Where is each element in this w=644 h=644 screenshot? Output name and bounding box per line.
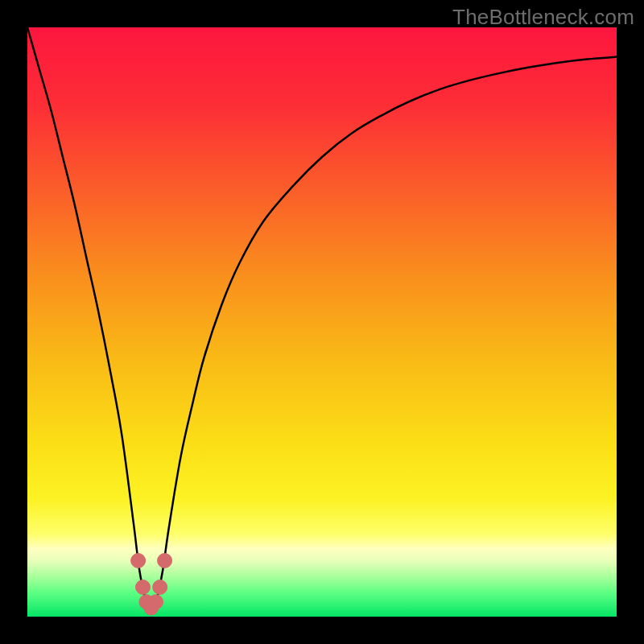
watermark-text: TheBottleneck.com bbox=[452, 5, 634, 30]
background-gradient bbox=[27, 27, 617, 617]
outer-frame: TheBottleneck.com bbox=[0, 0, 644, 644]
svg-rect-0 bbox=[27, 27, 617, 617]
plot-area bbox=[27, 27, 617, 617]
